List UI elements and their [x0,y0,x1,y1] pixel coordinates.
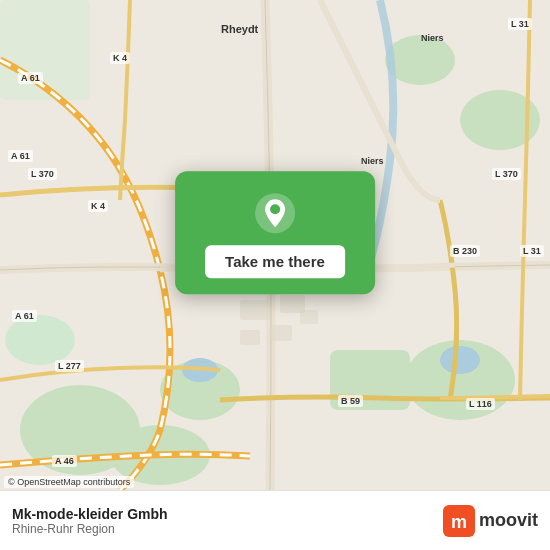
svg-rect-12 [240,300,270,320]
road-label-b59: B 59 [338,395,363,407]
road-label-b230: B 230 [450,245,480,257]
moovit-text: moovit [479,510,538,531]
svg-point-11 [440,346,480,374]
road-label-l370: L 370 [28,168,57,180]
river-label-niers-2: Niers [358,155,387,167]
road-label-l31-1: L 31 [508,18,532,30]
road-label-l116: L 116 [466,398,495,410]
svg-text:m: m [451,512,467,532]
road-label-l277: L 277 [55,360,84,372]
svg-rect-14 [240,330,260,345]
svg-rect-15 [270,325,292,341]
take-me-there-button[interactable]: Take me there [205,245,345,278]
river-label-niers-1: Niers [418,32,447,44]
svg-rect-16 [300,310,318,324]
road-label-a61-3: A 61 [12,310,37,322]
road-label-a46: A 46 [52,455,77,467]
svg-point-7 [5,315,75,365]
road-label-l31-2: L 31 [520,245,544,257]
road-label-a61-1: A 61 [18,72,43,84]
location-region: Rhine-Ruhr Region [12,522,168,536]
bottom-bar: Mk-mode-kleider Gmbh Rhine-Ruhr Region m… [0,490,550,550]
road-label-a61-2: A 61 [8,150,33,162]
map-attribution: © OpenStreetMap contributors [4,476,134,488]
road-label-l370-2: L 370 [492,168,521,180]
road-label-k4-2: K 4 [88,200,108,212]
city-label-rheydt: Rheydt [218,22,261,36]
popup-card: Take me there [175,171,375,294]
moovit-icon: m [443,505,475,537]
location-pin-icon [253,191,297,235]
map-container: A 61 K 4 A 61 L 370 K 4 L 370 B 230 A 61… [0,0,550,490]
svg-point-18 [270,204,280,214]
moovit-logo: m moovit [443,505,538,537]
road-label-k4: K 4 [110,52,130,64]
location-info: Mk-mode-kleider Gmbh Rhine-Ruhr Region [12,506,168,536]
location-name: Mk-mode-kleider Gmbh [12,506,168,522]
